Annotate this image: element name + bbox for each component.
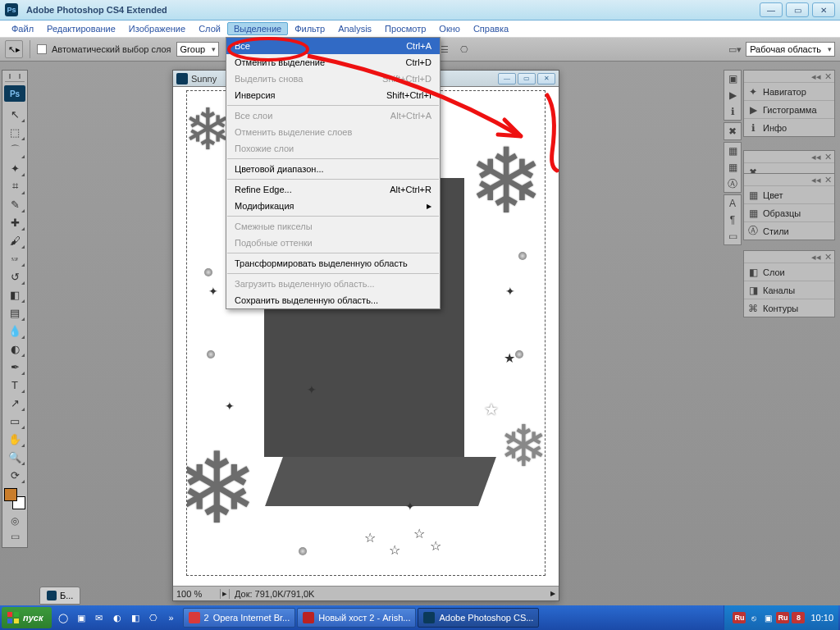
document-tab[interactable]: Б... (39, 587, 80, 605)
panel-strip-icon[interactable]: ℹ (726, 105, 739, 118)
ql-icon[interactable]: ⎔ (145, 609, 162, 626)
taskbar-task[interactable]: Adobe Photoshop CS... (418, 608, 539, 628)
collapse-icon[interactable]: ◂◂ (811, 175, 821, 185)
zoom-level[interactable]: 100 % (173, 589, 221, 599)
screen-mode-toggle-icon[interactable]: ▭ (4, 529, 25, 544)
color-swatches[interactable] (4, 488, 25, 509)
brush-tool[interactable]: 🖌 (4, 231, 25, 249)
menu-item[interactable]: Сохранить выделенную область... (226, 292, 440, 308)
ql-icon[interactable]: ▣ (73, 609, 89, 626)
history-brush-tool[interactable]: ↺ (4, 267, 25, 285)
panel-tab[interactable]: ▦Цвет (744, 185, 834, 203)
panel-strip-icon[interactable]: ✖ (726, 125, 739, 138)
ql-icon[interactable]: ◐ (109, 609, 126, 626)
panel-menu-icon[interactable]: ✕ (824, 175, 832, 185)
tray-icon[interactable]: ⎋ (748, 612, 760, 623)
panel-menu-icon[interactable]: ✕ (824, 152, 832, 162)
panel-menu-icon[interactable]: ✕ (824, 252, 832, 262)
menu-item[interactable]: ИнверсияShift+Ctrl+I (226, 87, 440, 103)
tray-lang-badge[interactable]: Ru (733, 612, 746, 623)
panel-strip-icon[interactable]: ▦ (726, 161, 739, 174)
type-tool[interactable]: T (4, 376, 25, 394)
menu-фильтр[interactable]: Фильтр (288, 22, 331, 35)
panel-strip-icon[interactable]: ▶ (726, 89, 739, 102)
workspace-select[interactable]: Рабочая область (746, 42, 835, 57)
heal-tool[interactable]: ✚ (4, 213, 25, 231)
path-sel-tool[interactable]: ↗ (4, 394, 25, 412)
move-tool-icon[interactable]: ↖▸ (5, 40, 23, 58)
panel-tab[interactable]: ◨Каналы (744, 281, 834, 299)
menu-просмотр[interactable]: Просмотр (378, 22, 432, 35)
ql-icon[interactable]: ◧ (127, 609, 144, 626)
blur-tool[interactable]: 💧 (4, 322, 25, 340)
menu-analysis[interactable]: Analysis (331, 22, 378, 35)
taskbar-task[interactable]: Новый хост 2 - Arish... (297, 608, 416, 628)
dodge-tool[interactable]: ◐ (4, 340, 25, 358)
menu-слой[interactable]: Слой (192, 22, 227, 35)
rotate-view-tool[interactable]: ⟳ (4, 466, 25, 484)
maximize-button[interactable]: ▭ (786, 2, 809, 17)
collapse-icon[interactable]: ◂◂ (811, 252, 821, 262)
ql-icon[interactable]: » (163, 609, 180, 626)
menu-item[interactable]: Модификация▶ (226, 198, 440, 214)
doc-minimize-button[interactable]: — (498, 73, 516, 84)
menu-item[interactable]: Цветовой диапазон... (226, 161, 440, 177)
auto-select-type-select[interactable]: Group (176, 42, 220, 57)
panel-menu-icon[interactable]: ✕ (824, 71, 832, 82)
panel-tab[interactable]: ⒶСтили (744, 221, 834, 240)
panel-tab[interactable]: ℹИнфо (744, 118, 834, 136)
doc-close-button[interactable]: ✕ (537, 73, 555, 84)
move-tool[interactable]: ↖ (4, 105, 25, 123)
panel-tab[interactable]: ▶Гистограмма (744, 100, 834, 118)
collapse-icon[interactable]: ◂◂ (811, 71, 821, 82)
eraser-tool[interactable]: ◧ (4, 285, 25, 304)
tray-count-badge[interactable]: 8 (792, 612, 805, 623)
panel-tab[interactable]: ◧Слои (744, 262, 834, 281)
lasso-tool[interactable]: ⌒ (4, 141, 25, 159)
panel-strip-icon[interactable]: A (726, 197, 739, 210)
stamp-tool[interactable]: ⎃ (4, 249, 25, 267)
gradient-tool[interactable]: ▤ (4, 304, 25, 322)
panel-strip-icon[interactable]: Ⓐ (726, 177, 739, 190)
panel-tab[interactable]: ▦Образцы (744, 203, 834, 221)
options-icon[interactable]: ⎔ (457, 42, 472, 57)
ql-icon[interactable]: ◯ (55, 609, 71, 626)
crop-tool[interactable]: ⌗ (4, 177, 25, 195)
menu-файл[interactable]: Файл (5, 22, 40, 35)
statusbar-menu-icon[interactable]: ▶ (550, 590, 559, 597)
close-button[interactable]: ✕ (812, 2, 835, 17)
start-button[interactable]: пуск (2, 607, 52, 628)
panel-strip-icon[interactable]: ▦ (726, 144, 739, 158)
pen-tool[interactable]: ✒ (4, 358, 25, 376)
rectangle-tool[interactable]: ▭ (4, 412, 25, 430)
menu-редактирование[interactable]: Редактирование (40, 22, 122, 35)
panel-strip-icon[interactable]: ▭ (726, 230, 739, 243)
menu-окно[interactable]: Окно (432, 22, 467, 35)
panel-strip-icon[interactable]: ¶ (726, 213, 739, 226)
minimize-button[interactable]: — (760, 2, 783, 17)
collapse-icon[interactable]: ◂◂ (811, 152, 821, 162)
menu-item[interactable]: ВсеCtrl+A (226, 38, 440, 54)
menu-справка[interactable]: Справка (467, 22, 515, 35)
wand-tool[interactable]: ✦ (4, 159, 25, 177)
quick-mask-icon[interactable]: ◎ (4, 514, 25, 528)
menu-item[interactable]: Трансформировать выделенную область (226, 255, 440, 272)
tray-lang-badge2[interactable]: Ru (776, 612, 789, 623)
eyedropper-tool[interactable]: ✎ (4, 195, 25, 213)
hand-tool[interactable]: ✋ (4, 430, 25, 448)
tray-icon[interactable]: ▣ (762, 612, 774, 623)
taskbar-task[interactable]: 2Opera Internet Br... (183, 608, 296, 628)
doc-info[interactable]: Док: 791,0K/791,0K (229, 589, 550, 599)
ql-icon[interactable]: ✉ (91, 609, 107, 626)
panel-tab[interactable]: ✦Навигатор (744, 82, 834, 100)
marquee-tool[interactable]: ⬚ (4, 123, 25, 141)
panel-strip-icon[interactable]: ▣ (726, 72, 739, 85)
panel-tab[interactable]: ⌘Контуры (744, 299, 834, 317)
doc-maximize-button[interactable]: ▭ (518, 73, 536, 84)
foreground-color-swatch[interactable] (4, 488, 17, 501)
zoom-menu-icon[interactable]: ▸ (221, 588, 229, 599)
clock[interactable]: 10:10 (810, 613, 833, 623)
menu-изображение[interactable]: Изображение (122, 22, 192, 35)
menu-item[interactable]: Отменить выделениеCtrl+D (226, 54, 440, 71)
zoom-tool[interactable]: 🔍 (4, 448, 25, 466)
